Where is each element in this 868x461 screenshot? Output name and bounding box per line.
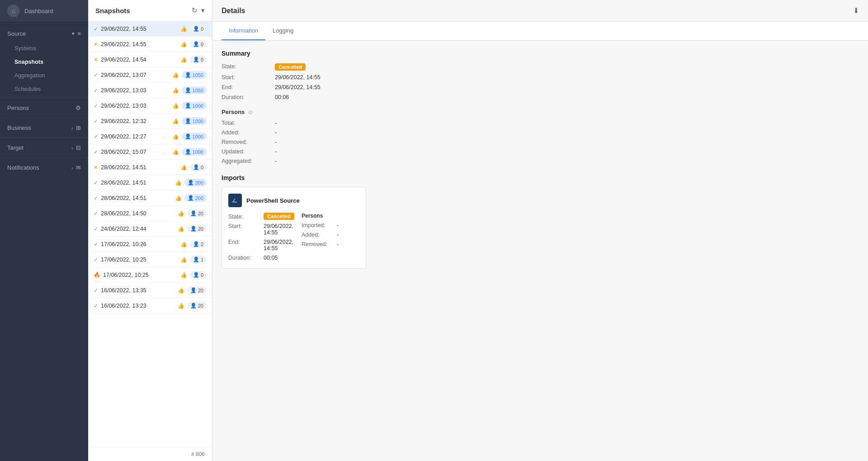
snapshot-thumb-up-icon[interactable]: 👍 [172,118,179,124]
snapshot-row[interactable]: ✓ 29/06/2022, 14:55 👍 👤 0 [88,21,212,37]
status-icon: ✓ [94,303,98,309]
snapshot-thumb-up-icon[interactable]: 👍 [175,180,182,186]
imports-left: State: Cancelled Start: 29/06/2022, 14:5… [228,213,294,262]
person-icon: 👤 [190,287,197,293]
details-panel: Details ⬇ Information Logging Summary St… [212,0,868,461]
count-value: 0 [201,165,203,170]
sidebar-item-schedules[interactable]: Schedules [0,82,88,96]
snapshot-row[interactable]: ✓ 28/06/2022, 14:51 👍 👤 200 [88,175,212,190]
snapshot-row[interactable]: ✓ 29/06/2022, 13:03 👍 👤 1050 [88,83,212,98]
refresh-icon[interactable]: ↻ [192,6,198,14]
snapshot-row[interactable]: ✓ 28/06/2022, 14:50 👍 👤 20 [88,206,212,221]
count-value: 1050 [193,88,203,93]
sidebar-item-aggregation[interactable]: Aggregation [0,69,88,82]
sidebar-group-target[interactable]: Target ‹ ⊟ [0,140,88,156]
persons-toggle-icon[interactable]: ⊙ [248,109,253,115]
snapshot-thumb-up-icon[interactable]: 👍 [172,133,179,140]
summary-title: Summary [222,50,859,57]
sidebar-group-source[interactable]: Source ▾ ≡ [0,26,88,42]
chevron-down-icon: ▾ [72,31,75,37]
snapshot-thumb-up-icon[interactable]: 👍 [172,103,179,109]
state-label: State: [222,62,271,71]
snapshot-thumb-up-icon[interactable]: 👍 [172,149,179,155]
end-label: End: [222,83,271,91]
sidebar-item-dashboard[interactable]: ⌂ Dashboard [0,0,88,22]
chevron-down-icon-snapshots[interactable]: ▾ [201,6,205,14]
imp-end-label: End: [228,238,261,252]
snapshot-person-count: 👤 1000 [182,102,207,109]
imports-card-header: PowerShell Source [228,194,359,207]
count-value: 0 [201,272,203,278]
snapshot-thumb-up-icon[interactable]: 👍 [178,287,184,294]
snapshot-thumb-up-icon[interactable]: 👍 [178,226,184,232]
snapshot-row[interactable]: ✓ 28/06/2022, 15:07 👍 👤 1000 [88,144,212,160]
snapshot-thumb-up-icon[interactable]: 👍 [172,72,179,78]
tab-logging[interactable]: Logging [265,22,301,40]
snapshot-datetime: 29/06/2022, 13:03 [101,103,170,109]
snapshot-thumb-up-icon[interactable]: 👍 [180,272,187,278]
snapshot-row[interactable]: ✓ 24/06/2022, 12:44 👍 👤 20 [88,221,212,237]
sidebar-divider-4 [0,138,88,138]
snapshots-footer: # 806 [88,447,212,461]
imports-card: PowerShell Source State: Cancelled Start… [222,187,366,269]
snapshot-thumb-up-icon[interactable]: 👍 [172,87,179,94]
snapshot-thumb-up-icon[interactable]: 👍 [180,164,187,171]
person-icon: 👤 [190,303,197,309]
snapshot-thumb-up-icon[interactable]: 👍 [180,41,187,48]
snapshot-row[interactable]: ✓ 29/06/2022, 12:32 👍 👤 1000 [88,114,212,129]
sidebar-target-label: Target [7,144,24,151]
end-value: 29/06/2022, 14:55 [275,83,859,91]
snapshot-datetime: 28/06/2022, 14:50 [101,210,175,217]
snapshot-thumb-up-icon[interactable]: 👍 [175,195,182,201]
snapshot-row[interactable]: ✓ 17/06/2022, 10:25 👍 👤 1 [88,252,212,267]
sidebar-group-persons[interactable]: Persons ⚙ [0,100,88,116]
sidebar-group-notifications[interactable]: Notifications ‹ ✉ [0,160,88,176]
status-icon: ✕ [94,164,98,171]
snapshot-row[interactable]: ✕ 29/06/2022, 14:55 👍 👤 0 [88,37,212,52]
sidebar-item-snapshots[interactable]: Snapshots [0,55,88,69]
snapshot-row[interactable]: 🔥 17/06/2022, 10:25 👍 👤 0 [88,267,212,283]
snapshot-datetime: 29/06/2022, 12:27 [101,133,170,140]
snapshot-thumb-up-icon[interactable]: 👍 [180,257,187,263]
status-icon: ✓ [94,241,98,247]
person-icon: 👤 [185,87,191,93]
snapshot-row[interactable]: ✓ 17/06/2022, 10:26 👍 👤 2 [88,237,212,252]
snapshot-row[interactable]: ✕ 28/06/2022, 14:51 👍 👤 0 [88,160,212,175]
snapshot-person-count: 👤 0 [190,271,207,279]
snapshot-row[interactable]: ✓ 28/06/2022, 14:51 👍 👤 200 [88,190,212,206]
person-icon: 👤 [185,149,191,155]
notifications-icon: ✉ [76,164,81,171]
imp-duration-value: 00:05 [264,254,294,262]
updated-label: Updated: [222,147,271,156]
download-icon[interactable]: ⬇ [853,6,859,15]
snapshot-row[interactable]: ✓ 29/06/2022, 13:07 👍 👤 1050 [88,67,212,83]
tab-information[interactable]: Information [222,22,265,40]
snapshot-thumb-up-icon[interactable]: 👍 [180,26,187,32]
snapshot-person-count: 👤 1000 [182,133,207,140]
imp-end-value: 29/06/2022, 14:55 [264,238,294,252]
sidebar-group-business[interactable]: Business ‹ ⊞ [0,120,88,136]
status-icon: ✓ [94,87,98,94]
sidebar-divider-1 [0,24,88,24]
snapshot-person-count: 👤 1050 [182,86,207,94]
person-icon: 👤 [190,226,197,232]
snapshot-row[interactable]: ✓ 16/06/2022, 13:23 👍 👤 20 [88,298,212,314]
snapshot-datetime: 29/06/2022, 14:55 [101,41,178,48]
sidebar-item-systems[interactable]: Systems [0,42,88,55]
snapshot-thumb-up-icon[interactable]: 👍 [180,241,187,247]
snapshot-row[interactable]: ✕ 29/06/2022, 14:54 👍 👤 0 [88,52,212,67]
snapshots-panel: Snapshots ↻ ▾ ✓ 29/06/2022, 14:55 👍 👤 0 … [88,0,212,461]
snapshot-row[interactable]: ✓ 29/06/2022, 13:03 👍 👤 1000 [88,98,212,114]
imp-start-label: Start: [228,222,261,237]
snapshot-row[interactable]: ✓ 16/06/2022, 13:35 👍 👤 20 [88,283,212,298]
snapshot-thumb-up-icon[interactable]: 👍 [178,210,184,217]
snapshot-thumb-up-icon[interactable]: 👍 [178,303,184,309]
snapshot-person-count: 👤 1000 [182,148,207,156]
imports-title: Imports [222,174,859,181]
snapshot-person-count: 👤 0 [190,25,207,33]
snapshot-thumb-up-icon[interactable]: 👍 [180,57,187,63]
removed-label: Removed: [222,138,271,146]
snapshot-row[interactable]: ✓ 29/06/2022, 12:27 👍 👤 1000 [88,129,212,144]
count-value: 20 [198,303,203,309]
state-value: Cancelled [275,62,859,71]
